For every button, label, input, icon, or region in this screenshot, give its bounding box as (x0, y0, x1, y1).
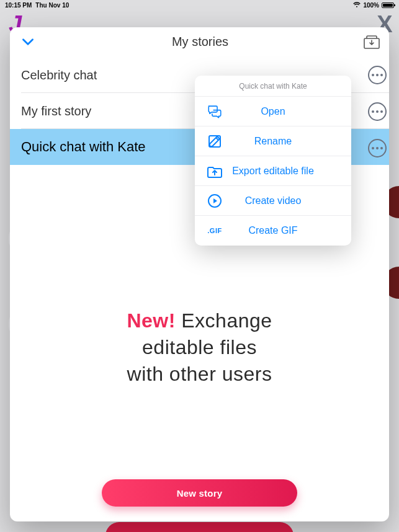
menu-item-label: Create video (228, 195, 341, 206)
promo-line3: with other users (10, 361, 389, 388)
promo-line2: editable files (10, 334, 389, 361)
story-name: Celebrity chat (21, 68, 97, 82)
menu-item-label: Rename (228, 136, 341, 147)
gif-icon: .GIF (205, 221, 225, 241)
menu-item-open[interactable]: Open (195, 97, 351, 126)
status-bar: 10:15 PM Thu Nov 10 100% (0, 0, 399, 10)
menu-item-label: Open (228, 106, 341, 117)
story-name: Quick chat with Kate (21, 139, 146, 155)
modal-header: My stories (10, 27, 389, 57)
more-button[interactable] (368, 139, 387, 157)
menu-item-label: Export editable file (228, 166, 341, 177)
promo-new-label: New! (127, 309, 175, 332)
video-icon (205, 191, 225, 211)
modal-title: My stories (37, 35, 363, 49)
chat-icon (205, 102, 225, 122)
edit-icon (205, 131, 225, 151)
menu-item-rename[interactable]: Rename (195, 126, 351, 156)
more-button[interactable] (368, 66, 387, 84)
context-menu-header: Quick chat with Kate (195, 76, 351, 97)
battery-icon (382, 2, 394, 8)
stories-modal: My stories Celebrity chat My first story… (10, 27, 389, 521)
bg-bottom-pill (105, 522, 294, 532)
status-date: Thu Nov 10 (35, 2, 69, 9)
story-name: My first story (21, 104, 91, 118)
menu-item-export[interactable]: Export editable file (195, 156, 351, 186)
wifi-icon (353, 2, 361, 8)
promo-text: New! Exchange editable files with other … (10, 308, 389, 388)
collapse-button[interactable] (19, 33, 37, 51)
more-button[interactable] (368, 102, 387, 121)
menu-item-create-video[interactable]: Create video (195, 186, 351, 216)
import-icon[interactable] (363, 35, 380, 50)
menu-item-create-gif[interactable]: .GIF Create GIF (195, 216, 351, 246)
new-story-button[interactable]: New story (102, 479, 297, 507)
context-menu: Quick chat with Kate Open Rename Export … (195, 76, 351, 246)
promo-line1: Exchange (176, 309, 272, 332)
battery-percent: 100% (363, 2, 379, 9)
status-time: 10:15 PM (5, 2, 32, 9)
menu-item-label: Create GIF (228, 225, 341, 236)
new-story-label: New story (177, 488, 223, 499)
export-icon (205, 161, 225, 181)
